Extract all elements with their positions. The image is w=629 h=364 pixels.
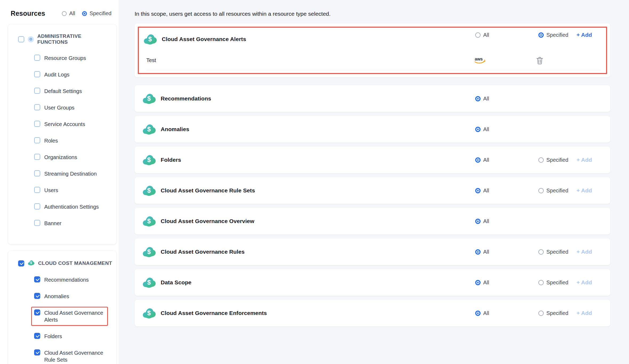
cloud-dollar-icon: $ <box>143 154 156 166</box>
cloud-dollar-icon: $ <box>143 215 156 227</box>
item-checkbox[interactable] <box>34 293 40 299</box>
all-recommendations-radio[interactable] <box>475 96 481 101</box>
resource-type-label: Folders <box>161 157 181 163</box>
resource-row-cloud-asset-governance-enforcements: $Cloud Asset Governance EnforcementsAllS… <box>135 300 610 326</box>
sidebar-item-cloud-asset-governance-rule-sets: Cloud Asset Governance Rule Sets <box>34 349 112 363</box>
all-cloud-asset-governance-rules-radio[interactable] <box>475 249 481 254</box>
all-cloud-asset-governance-rule-sets-option: All <box>475 188 489 194</box>
svg-text:$: $ <box>147 126 151 133</box>
item-checkbox[interactable] <box>34 154 40 160</box>
all-cloud-asset-governance-enforcements-option: All <box>475 310 489 316</box>
add-resource-button[interactable]: + Add <box>576 249 592 255</box>
item-checkbox[interactable] <box>34 137 40 143</box>
sidebar-item-label: Resource Groups <box>44 55 86 62</box>
specified-cloud-asset-governance-enforcements-option: Specified <box>538 310 568 316</box>
item-checkbox[interactable] <box>34 88 40 94</box>
add-resource-button[interactable]: + Add <box>576 279 592 285</box>
scope-instruction: In this scope, users get access to all r… <box>135 11 629 17</box>
specified-cloud-asset-governance-alerts-radio[interactable] <box>538 32 544 38</box>
all-cloud-asset-governance-enforcements-radio[interactable] <box>475 310 481 316</box>
svg-text:$: $ <box>148 35 152 43</box>
all-scope: All <box>475 280 489 286</box>
specified-scope: Specified <box>538 310 568 316</box>
aws-logo: aws <box>474 56 486 65</box>
sidebar-item-recommendations: Recommendations <box>34 276 112 283</box>
all-scope: All <box>475 96 489 102</box>
specified-data-scope-radio[interactable] <box>538 280 544 285</box>
sidebar-scope-specified-option: Specified <box>82 10 111 17</box>
add-resource-button[interactable]: + Add <box>576 157 592 163</box>
all-folders-radio[interactable] <box>475 157 481 163</box>
all-scope: All <box>475 218 489 224</box>
all-cloud-asset-governance-alerts-radio[interactable] <box>475 32 481 38</box>
item-checkbox[interactable] <box>34 349 40 355</box>
specified-folders-label: Specified <box>546 157 568 163</box>
specified-scope: Specified <box>538 249 568 255</box>
all-cloud-asset-governance-rule-sets-radio[interactable] <box>475 188 481 193</box>
specified-cloud-asset-governance-enforcements-radio[interactable] <box>538 310 544 316</box>
cloud-dollar-icon: $ <box>143 154 156 166</box>
item-checkbox[interactable] <box>34 309 40 316</box>
sidebar-scope-specified-label: Specified <box>90 10 111 17</box>
specified-cloud-asset-governance-rule-sets-radio[interactable] <box>538 188 544 193</box>
all-scope: All <box>475 310 489 316</box>
item-checkbox[interactable] <box>34 170 40 176</box>
sidebar-scope-radio-group: AllSpecified <box>62 10 112 17</box>
sidebar-item-organizations: Organizations <box>34 154 112 161</box>
specified-folders-radio[interactable] <box>538 157 544 163</box>
sidebar-item-label: Anomalies <box>44 293 69 300</box>
resource-row-anomalies: $AnomaliesAll <box>135 116 610 143</box>
resource-type-label: Cloud Asset Governance Alerts <box>162 36 246 42</box>
item-checkbox[interactable] <box>34 104 40 110</box>
item-checkbox[interactable] <box>34 203 40 209</box>
sidebar-group-header: ⚙︎ADMINISTRATIVE FUNCTIONS <box>18 33 112 45</box>
add-resource-button[interactable]: + Add <box>576 310 592 316</box>
gear-icon: ⚙︎ <box>28 36 34 42</box>
all-data-scope-radio[interactable] <box>475 280 481 285</box>
specified-cloud-asset-governance-enforcements-label: Specified <box>546 310 568 316</box>
add-control: + Add <box>576 279 592 286</box>
add-resource-button[interactable]: + Add <box>576 32 592 38</box>
sidebar-group-items: RecommendationsAnomaliesCloud Asset Gove… <box>34 276 112 364</box>
item-checkbox[interactable] <box>34 55 40 61</box>
cloud-dollar-icon: $ <box>143 246 156 258</box>
add-resource-button[interactable]: + Add <box>576 187 592 193</box>
resource-type-label: Cloud Asset Governance Overview <box>161 218 254 224</box>
highlight-box: $Cloud Asset Governance AlertsTestaws <box>138 27 607 74</box>
add-control: + Add <box>576 310 592 316</box>
all-scope: All <box>475 249 489 255</box>
all-folders-label: All <box>483 157 489 163</box>
item-checkbox[interactable] <box>34 276 40 282</box>
item-checkbox[interactable] <box>34 220 40 226</box>
item-checkbox[interactable] <box>34 71 40 77</box>
cloud-dollar-icon: $ <box>28 260 35 266</box>
all-scope: All <box>475 188 489 194</box>
sidebar-scope-all-radio[interactable] <box>62 11 67 16</box>
sidebar-item-resource-groups: Resource Groups <box>34 55 112 62</box>
sidebar-item-folders: Folders <box>34 333 112 340</box>
svg-text:$: $ <box>147 95 151 102</box>
delete-entry-button[interactable] <box>536 56 543 64</box>
item-checkbox[interactable] <box>34 187 40 193</box>
all-anomalies-radio[interactable] <box>475 127 481 132</box>
group-checkbox[interactable] <box>18 36 24 42</box>
entry-name: Test <box>146 57 156 63</box>
specified-cloud-asset-governance-rule-sets-label: Specified <box>546 188 568 194</box>
all-cloud-asset-governance-rule-sets-label: All <box>483 188 489 194</box>
item-checkbox[interactable] <box>34 333 40 339</box>
sidebar-group-label: CLOUD COST MANAGEMENT <box>38 260 112 266</box>
sidebar-item-label: Banner <box>44 220 62 227</box>
sidebar-item-label: User Groups <box>44 104 74 111</box>
sidebar-item-label: Organizations <box>44 154 77 161</box>
specified-data-scope-label: Specified <box>546 280 568 286</box>
group-checkbox[interactable] <box>18 260 24 266</box>
svg-text:$: $ <box>147 217 151 225</box>
sidebar-item-streaming-destination: Streaming Destination <box>34 170 112 177</box>
specified-cloud-asset-governance-rules-radio[interactable] <box>538 249 544 254</box>
sidebar-group-card: $CLOUD COST MANAGEMENTRecommendationsAno… <box>8 251 116 364</box>
item-checkbox[interactable] <box>34 121 40 127</box>
all-cloud-asset-governance-overview-radio[interactable] <box>475 219 481 224</box>
cloud-dollar-icon: $ <box>143 185 156 196</box>
sidebar-scope-specified-radio[interactable] <box>82 11 87 16</box>
add-control: + Add <box>576 32 592 38</box>
